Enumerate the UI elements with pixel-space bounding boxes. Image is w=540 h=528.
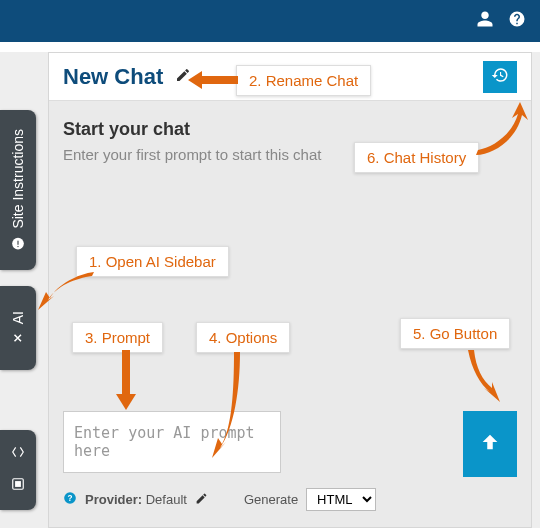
spacer — [0, 42, 540, 52]
start-heading: Start your chat — [63, 119, 517, 140]
close-icon — [10, 333, 26, 345]
options-row: ? Provider: Default Generate HTML — [63, 488, 517, 511]
svg-rect-4 — [15, 481, 21, 487]
prompt-row — [63, 411, 517, 477]
user-icon[interactable] — [476, 10, 494, 32]
pencil-icon[interactable] — [175, 67, 191, 87]
annotation-open-sidebar: 1. Open AI Sidebar — [76, 246, 229, 277]
sidebar-tab-label: AI — [10, 311, 26, 324]
annotation-chat-history: 6. Chat History — [354, 142, 479, 173]
annotation-rename-chat: 2. Rename Chat — [236, 65, 371, 96]
svg-text:?: ? — [68, 494, 73, 503]
generate-label: Generate — [244, 492, 298, 507]
arrow-up-icon — [479, 431, 501, 457]
svg-rect-1 — [17, 241, 18, 245]
annotation-prompt: 3. Prompt — [72, 322, 163, 353]
pencil-icon[interactable] — [195, 492, 208, 508]
chat-title: New Chat — [63, 64, 163, 90]
history-icon — [491, 66, 509, 88]
chat-panel: New Chat Start your chat Enter your firs… — [48, 52, 532, 528]
provider-label: Provider: Default — [85, 492, 187, 507]
expand-icon — [11, 445, 25, 463]
help-icon[interactable]: ? — [63, 491, 77, 508]
help-icon[interactable] — [508, 10, 526, 32]
go-button[interactable] — [463, 411, 517, 477]
sidebar-tab-ai[interactable]: AI — [0, 286, 36, 370]
generate-select[interactable]: HTML — [306, 488, 376, 511]
prompt-input[interactable] — [63, 411, 281, 473]
sidebar-tab-site-instructions[interactable]: Site Instructions — [0, 110, 36, 270]
annotation-options: 4. Options — [196, 322, 290, 353]
layout-icon — [11, 477, 25, 495]
top-bar — [0, 0, 540, 42]
annotation-go-button: 5. Go Button — [400, 318, 510, 349]
sidebar-tab-tools[interactable] — [0, 430, 36, 510]
chat-history-button[interactable] — [483, 61, 517, 93]
sidebar-tab-label: Site Instructions — [10, 129, 26, 229]
